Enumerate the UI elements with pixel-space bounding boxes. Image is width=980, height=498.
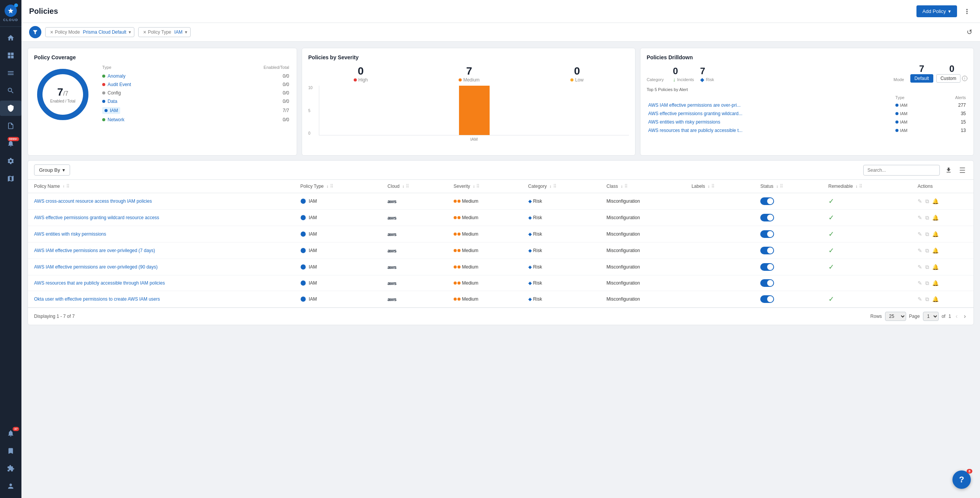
sidebar-item-map[interactable]: [0, 171, 21, 186]
alert-icon-6[interactable]: 🔔: [932, 296, 939, 303]
col-remediable[interactable]: Remediable ↕⠿: [822, 180, 911, 193]
cell-cloud: aws: [381, 275, 447, 291]
rows-select[interactable]: 25 50 100: [885, 312, 906, 321]
filter-chip-policy-mode[interactable]: × Policy Mode Prisma Cloud Default ▾: [45, 27, 134, 37]
svg-point-3: [301, 215, 306, 220]
drilldown-link-2[interactable]: AWS effective permissions granting wildc…: [648, 111, 742, 116]
sidebar-item-alerts[interactable]: 9999+: [0, 136, 21, 151]
status-toggle-2[interactable]: [760, 230, 774, 238]
drilldown-link-4[interactable]: AWS resources that are publicly accessib…: [648, 128, 742, 133]
status-toggle-6[interactable]: [760, 295, 774, 303]
status-toggle-1[interactable]: [760, 214, 774, 221]
add-policy-button[interactable]: Add Policy ▾: [916, 5, 957, 17]
copy-icon-0[interactable]: ⧉: [925, 198, 929, 205]
notif-badge: 37: [13, 427, 19, 431]
alert-icon-1[interactable]: 🔔: [932, 215, 939, 221]
default-group: 7 Default: [910, 63, 933, 83]
coverage-inner: 7/7 Enabled / Total Type Enabled/Total: [34, 65, 291, 124]
default-mode-button[interactable]: Default: [910, 74, 933, 83]
cell-remediable: [822, 275, 911, 291]
cell-policy-name: Okta user with effective permissions to …: [28, 291, 294, 308]
more-options-button[interactable]: [962, 6, 972, 17]
copy-icon-1[interactable]: ⧉: [925, 215, 929, 221]
cell-policy-name: AWS entities with risky permissions: [28, 226, 294, 242]
col-policy-name[interactable]: Policy Name ↑⠿: [28, 180, 294, 193]
columns-button[interactable]: [957, 165, 967, 175]
alert-icon-2[interactable]: 🔔: [932, 231, 939, 238]
cell-status[interactable]: [754, 291, 822, 308]
edit-icon-5[interactable]: ✎: [918, 280, 922, 286]
sidebar-item-user[interactable]: [0, 478, 21, 494]
filter-reset-button[interactable]: ↺: [967, 28, 972, 36]
col-labels[interactable]: Labels ↕⠿: [685, 180, 754, 193]
col-cloud[interactable]: Cloud ↕⠿: [381, 180, 447, 193]
col-status[interactable]: Status ↕⠿: [754, 180, 822, 193]
sidebar-item-shield[interactable]: [0, 101, 21, 116]
total-pages: 1: [949, 314, 951, 319]
cell-labels: [685, 259, 754, 275]
cell-status[interactable]: [754, 193, 822, 210]
col-policy-type[interactable]: Policy Type ↕⠿: [294, 180, 381, 193]
sidebar-item-settings[interactable]: [0, 153, 21, 169]
status-toggle-0[interactable]: [760, 197, 774, 205]
alert-icon-0[interactable]: 🔔: [932, 198, 939, 205]
status-toggle-4[interactable]: [760, 263, 774, 271]
cell-status[interactable]: [754, 242, 822, 259]
custom-info-icon[interactable]: i: [962, 76, 967, 81]
cell-actions: ✎ ⧉ 🔔: [911, 291, 973, 308]
edit-icon-1[interactable]: ✎: [918, 215, 922, 221]
remove-policy-type-icon[interactable]: ×: [143, 29, 146, 35]
edit-icon-3[interactable]: ✎: [918, 247, 922, 254]
cards-row: Policy Coverage 7/7 Enabled / Total: [28, 48, 974, 156]
drilldown-link-3[interactable]: AWS entities with risky permissions: [648, 119, 720, 125]
status-toggle-3[interactable]: [760, 247, 774, 254]
filter-chip-policy-type[interactable]: × Policy Type IAM ▾: [138, 27, 191, 37]
alert-icon-3[interactable]: 🔔: [932, 247, 939, 254]
sidebar-item-reports[interactable]: [0, 118, 21, 133]
cell-status[interactable]: [754, 210, 822, 226]
edit-icon-4[interactable]: ✎: [918, 264, 922, 270]
sidebar-item-dashboard[interactable]: [0, 48, 21, 63]
sidebar-item-search[interactable]: [0, 83, 21, 98]
filter-button[interactable]: [29, 26, 41, 38]
edit-icon-0[interactable]: ✎: [918, 198, 922, 205]
col-severity[interactable]: Severity ↕⠿: [448, 180, 522, 193]
copy-icon-6[interactable]: ⧉: [925, 296, 929, 303]
cell-policy-name: AWS IAM effective permissions are over-p…: [28, 242, 294, 259]
cell-status[interactable]: [754, 259, 822, 275]
alert-icon-5[interactable]: 🔔: [932, 280, 939, 286]
edit-icon-6[interactable]: ✎: [918, 296, 922, 303]
table-toolbar: Group By ▾: [28, 161, 973, 180]
cell-status[interactable]: [754, 275, 822, 291]
page-select[interactable]: 1: [923, 312, 939, 321]
cell-status[interactable]: [754, 226, 822, 242]
copy-icon-2[interactable]: ⧉: [925, 231, 929, 238]
sidebar-item-nav[interactable]: [0, 65, 21, 81]
prev-page-button[interactable]: ‹: [954, 312, 959, 321]
col-category[interactable]: Category ↕⠿: [522, 180, 601, 193]
custom-mode-button[interactable]: Custom: [936, 74, 960, 83]
sidebar-item-notifications[interactable]: 37: [0, 426, 21, 441]
download-button[interactable]: [944, 165, 954, 175]
sidebar-item-integrations[interactable]: [0, 461, 21, 476]
copy-icon-4[interactable]: ⧉: [925, 264, 929, 270]
table-row: AWS IAM effective permissions are over-p…: [28, 242, 973, 259]
copy-icon-3[interactable]: ⧉: [925, 247, 929, 254]
cell-cloud: aws: [381, 242, 447, 259]
group-by-button[interactable]: Group By ▾: [34, 164, 70, 176]
drilldown-title: Policies Drilldown: [647, 54, 693, 60]
sidebar-item-bookmarks[interactable]: [0, 443, 21, 459]
sidebar-item-home[interactable]: [0, 30, 21, 46]
drilldown-link-1[interactable]: AWS IAM effective permissions are over-p…: [648, 103, 740, 108]
copy-icon-5[interactable]: ⧉: [925, 280, 929, 286]
sidebar-logo[interactable]: CLOUD: [0, 0, 21, 27]
remove-policy-mode-icon[interactable]: ×: [50, 29, 53, 35]
table-header-row: Policy Name ↑⠿ Policy Type ↕⠿ Cloud ↕⠿ S…: [28, 180, 973, 193]
alert-icon-4[interactable]: 🔔: [932, 264, 939, 270]
edit-icon-2[interactable]: ✎: [918, 231, 922, 238]
search-input[interactable]: [863, 165, 940, 176]
col-class[interactable]: Class ↕⠿: [600, 180, 685, 193]
status-toggle-5[interactable]: [760, 279, 774, 287]
policy-type-arrow-icon: ▾: [185, 29, 187, 35]
next-page-button[interactable]: ›: [962, 312, 967, 321]
